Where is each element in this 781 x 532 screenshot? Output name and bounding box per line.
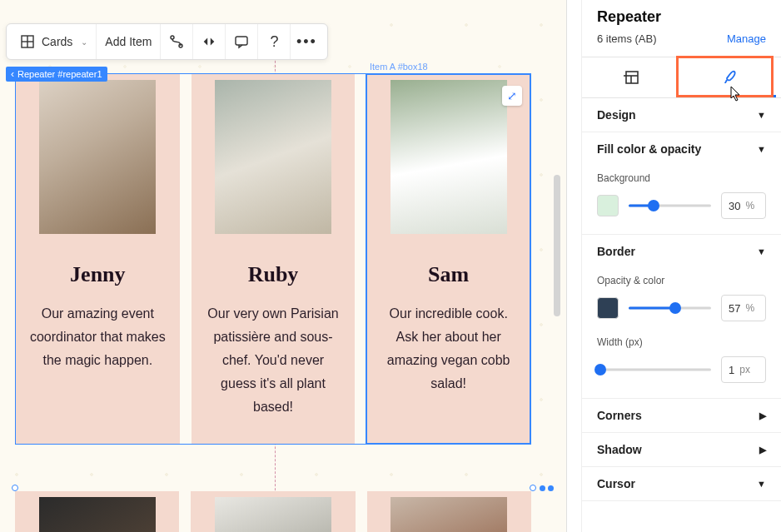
section-fill: Fill color & opacity ▼ Background 30 %	[582, 132, 781, 235]
element-toolbar: Cards ⌄ Add Item ? •••	[6, 23, 328, 60]
card-image[interactable]	[39, 497, 156, 532]
section-toggle-corners[interactable]: Corners ▶	[582, 399, 781, 432]
section-toggle-border[interactable]: Border ▼	[582, 235, 781, 268]
expand-button[interactable]: ⤢	[502, 86, 522, 106]
width-slider[interactable]	[597, 361, 711, 378]
more-button[interactable]: •••	[291, 24, 322, 59]
section-design: Design ▼	[582, 98, 781, 132]
value: 30	[729, 200, 740, 212]
opacity-slider[interactable]	[629, 197, 711, 214]
path-icon	[169, 34, 184, 49]
section-corners: Corners ▶	[582, 399, 781, 433]
chevron-right-icon: ▶	[759, 410, 766, 421]
field-label: Width (px)	[597, 336, 766, 348]
repeater-item[interactable]	[191, 491, 355, 532]
stretch-icon	[201, 34, 216, 49]
preset-label: Cards	[42, 35, 72, 48]
card-title[interactable]: Ruby	[248, 262, 299, 287]
tab-design[interactable]	[682, 57, 782, 97]
comment-button[interactable]	[226, 24, 258, 59]
inspector-panel: Repeater 6 items (AB) Manage Design ▼ Fi…	[581, 0, 781, 532]
field-label: Opacity & color	[597, 275, 766, 286]
brush-icon	[723, 69, 739, 86]
item-count: 6 items (AB)	[597, 32, 657, 45]
section-cursor: Cursor ▼	[582, 467, 781, 501]
chevron-down-icon: ▼	[757, 246, 766, 256]
help-button[interactable]: ?	[258, 24, 291, 59]
repeater-row: Jenny Our amazing event coordinator that…	[16, 74, 530, 444]
card-title[interactable]: Sam	[428, 262, 469, 287]
repeater-item[interactable]	[367, 491, 531, 532]
section-title: Shadow	[597, 443, 642, 456]
section-title: Fill color & opacity	[597, 142, 701, 156]
unit: px	[739, 364, 750, 375]
repeater-container[interactable]: Jenny Our amazing event coordinator that…	[15, 73, 531, 445]
resize-handle[interactable]	[12, 485, 18, 491]
panel-title: Repeater	[582, 0, 781, 31]
animation-button[interactable]	[161, 24, 193, 59]
svg-point-3	[171, 36, 174, 39]
section-title: Cursor	[597, 477, 635, 490]
more-icon: •••	[299, 34, 314, 49]
unit: %	[745, 200, 754, 211]
grid-icon	[20, 34, 35, 49]
svg-rect-6	[626, 72, 638, 83]
repeater-row	[15, 491, 531, 532]
chat-icon	[234, 34, 249, 49]
svg-rect-5	[236, 37, 247, 45]
card-image[interactable]	[390, 80, 507, 234]
value: 57	[729, 302, 740, 315]
element-breadcrumb[interactable]: ‹ Repeater #repeater1	[6, 67, 107, 82]
color-swatch[interactable]	[597, 195, 619, 216]
chevron-down-icon: ⌄	[81, 37, 87, 47]
card-description[interactable]: Our incredible cook. Ask her about her a…	[366, 302, 530, 395]
section-toggle-design[interactable]: Design ▼	[582, 98, 781, 132]
canvas-area: Cards ⌄ Add Item ? •••	[0, 0, 566, 532]
scrollbar-thumb[interactable]	[554, 175, 560, 316]
add-item-button[interactable]: Add Item	[97, 24, 161, 59]
card-image[interactable]	[215, 497, 331, 532]
field-label: Background	[597, 172, 766, 184]
section-shadow: Shadow ▶	[582, 433, 781, 467]
value: 1	[729, 364, 734, 376]
width-input[interactable]: 1 px	[721, 356, 766, 383]
repeater-item[interactable]	[15, 491, 179, 532]
layout-icon	[624, 69, 640, 86]
spacing-handle[interactable]	[540, 485, 545, 491]
repeater-item-selected[interactable]: ⤢ Sam Our incredible cook. Ask her about…	[366, 74, 530, 444]
add-item-label: Add Item	[105, 35, 152, 48]
repeater-item[interactable]: Jenny Our amazing event coordinator that…	[16, 74, 180, 444]
spacing-handle[interactable]	[548, 485, 554, 491]
chevron-down-icon: ▼	[757, 479, 766, 489]
panel-divider	[566, 0, 581, 532]
card-image[interactable]	[39, 80, 156, 234]
tab-layout[interactable]	[582, 57, 682, 97]
section-toggle-fill[interactable]: Fill color & opacity ▼	[582, 132, 781, 166]
resize-handle[interactable]	[530, 485, 536, 491]
chevron-left-icon: ‹	[11, 68, 14, 80]
chevron-down-icon: ▼	[757, 144, 766, 154]
card-title[interactable]: Jenny	[70, 262, 125, 287]
card-image[interactable]	[215, 80, 331, 234]
panel-tabs	[582, 57, 781, 98]
chevron-right-icon: ▶	[759, 445, 766, 455]
manage-link[interactable]: Manage	[727, 32, 766, 45]
card-image[interactable]	[390, 497, 507, 532]
chevron-down-icon: ▼	[757, 110, 766, 120]
help-icon: ?	[266, 34, 281, 49]
section-title: Corners	[597, 409, 642, 422]
card-description[interactable]: Our very own Parisian patissière and sou…	[192, 302, 356, 419]
section-toggle-cursor[interactable]: Cursor ▼	[582, 467, 781, 500]
repeater-item[interactable]: Ruby Our very own Parisian patissière an…	[192, 74, 356, 444]
selection-label: Item A #box18	[370, 62, 428, 72]
opacity-slider[interactable]	[629, 300, 711, 316]
opacity-input[interactable]: 57 %	[721, 295, 766, 321]
section-toggle-shadow[interactable]: Shadow ▶	[582, 433, 781, 466]
color-swatch[interactable]	[597, 297, 619, 319]
unit: %	[745, 302, 754, 314]
card-description[interactable]: Our amazing event coordinator that makes…	[16, 302, 180, 372]
stretch-button[interactable]	[193, 24, 226, 59]
breadcrumb-label: Repeater #repeater1	[17, 69, 102, 79]
preset-dropdown[interactable]: Cards ⌄	[12, 24, 97, 59]
opacity-input[interactable]: 30 %	[721, 192, 766, 219]
